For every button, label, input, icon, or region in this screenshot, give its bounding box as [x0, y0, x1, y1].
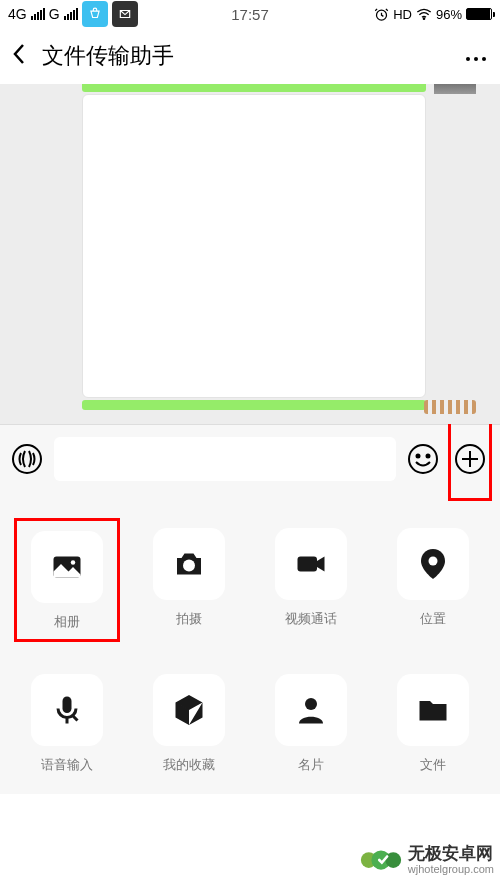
- watermark-logo-icon: [360, 839, 402, 881]
- svg-point-14: [429, 557, 438, 566]
- attach-label: 文件: [420, 756, 446, 774]
- attach-item-video-call[interactable]: 视频通话: [275, 528, 347, 634]
- camera-icon: [171, 546, 207, 582]
- svg-rect-13: [298, 557, 318, 572]
- attachment-panel: 相册 拍摄 视频通话 位置 语音输: [0, 492, 500, 794]
- status-left: 4G G: [8, 1, 374, 27]
- attach-label: 相册: [54, 613, 80, 631]
- svg-point-12: [183, 560, 195, 572]
- folder-icon: [415, 692, 451, 728]
- attach-label: 名片: [298, 756, 324, 774]
- chat-area[interactable]: [0, 84, 500, 424]
- plus-button-highlight: [448, 417, 492, 501]
- watermark-title: 无极安卓网: [408, 845, 494, 864]
- attach-item-location[interactable]: 位置: [397, 528, 469, 634]
- svg-point-1: [423, 18, 424, 19]
- cube-icon: [171, 692, 207, 728]
- attach-item-favorites[interactable]: 我的收藏: [153, 674, 225, 774]
- svg-point-3: [474, 57, 478, 61]
- svg-point-8: [427, 454, 430, 457]
- signal-bars-icon: [31, 8, 45, 20]
- status-time: 17:57: [231, 6, 269, 23]
- message-bubble[interactable]: [82, 400, 426, 410]
- svg-point-19: [385, 852, 401, 868]
- voice-toggle-button[interactable]: [10, 442, 44, 476]
- battery-icon: [466, 8, 492, 20]
- hd-label: HD: [393, 7, 412, 22]
- message-bubble[interactable]: [82, 84, 426, 92]
- attach-label: 语音输入: [41, 756, 93, 774]
- attach-item-voice-input[interactable]: 语音输入: [31, 674, 103, 774]
- attach-label: 视频通话: [285, 610, 337, 628]
- avatar[interactable]: [424, 400, 476, 414]
- attach-item-contact-card[interactable]: 名片: [275, 674, 347, 774]
- svg-point-2: [466, 57, 470, 61]
- album-icon: [49, 549, 85, 585]
- input-bar: [0, 424, 500, 492]
- message-input[interactable]: [54, 437, 396, 481]
- video-icon: [293, 546, 329, 582]
- signal-bars-icon: [64, 8, 78, 20]
- battery-pct: 96%: [436, 7, 462, 22]
- more-button[interactable]: [464, 43, 488, 69]
- svg-point-7: [417, 454, 420, 457]
- vivo-store-icon[interactable]: [82, 1, 108, 27]
- svg-point-6: [409, 445, 437, 473]
- attach-label: 拍摄: [176, 610, 202, 628]
- plus-button[interactable]: [453, 442, 487, 476]
- svg-point-5: [13, 445, 41, 473]
- watermark: 无极安卓网 wjhotelgroup.com: [360, 839, 494, 881]
- nav-bar: 文件传输助手: [0, 28, 500, 84]
- alarm-icon: [374, 7, 389, 22]
- svg-point-4: [482, 57, 486, 61]
- wifi-icon: [416, 8, 432, 20]
- attach-label: 我的收藏: [163, 756, 215, 774]
- location-icon: [415, 546, 451, 582]
- chat-title: 文件传输助手: [42, 41, 464, 71]
- emoji-button[interactable]: [406, 442, 440, 476]
- album-highlight: 相册: [14, 518, 120, 642]
- back-button[interactable]: [12, 43, 36, 69]
- svg-rect-15: [63, 697, 72, 714]
- svg-point-11: [71, 560, 76, 565]
- person-icon: [293, 692, 329, 728]
- status-right: HD 96%: [374, 7, 492, 22]
- avatar[interactable]: [434, 84, 476, 94]
- attach-item-album[interactable]: 相册: [31, 531, 103, 631]
- attach-item-camera[interactable]: 拍摄: [153, 528, 225, 634]
- image-message[interactable]: [82, 94, 426, 398]
- attach-item-file[interactable]: 文件: [397, 674, 469, 774]
- attach-label: 位置: [420, 610, 446, 628]
- network-label-1: 4G: [8, 6, 27, 22]
- microphone-icon: [49, 692, 85, 728]
- network-label-2: G: [49, 6, 60, 22]
- notification-app-icon[interactable]: [112, 1, 138, 27]
- svg-point-16: [305, 698, 317, 710]
- watermark-url: wjhotelgroup.com: [408, 863, 494, 875]
- status-bar: 4G G 17:57 HD 96%: [0, 0, 500, 28]
